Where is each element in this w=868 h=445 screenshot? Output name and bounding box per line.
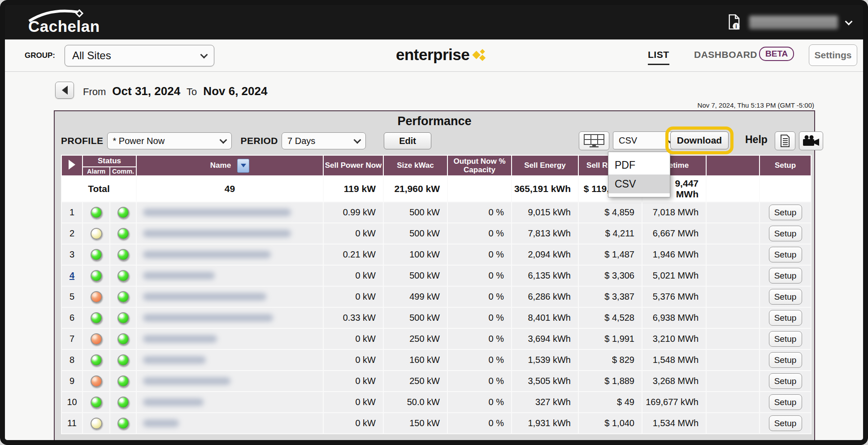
table-view-button[interactable] xyxy=(579,131,609,150)
alarm-subheader[interactable]: Alarm xyxy=(82,167,110,176)
comm-subheader[interactable]: Comm. xyxy=(110,167,136,176)
period-select-value: 7 Days xyxy=(287,136,315,146)
alarm-status-cell xyxy=(82,392,110,413)
site-name-blurred[interactable] xyxy=(136,202,323,223)
previous-period-button[interactable] xyxy=(55,82,74,99)
help-document-button[interactable] xyxy=(775,131,795,150)
sell-power-now-value: 0.21 kW xyxy=(323,244,383,265)
site-name-blurred[interactable] xyxy=(136,349,323,371)
help-video-button[interactable] xyxy=(799,131,823,150)
name-sort-button[interactable] xyxy=(237,159,249,173)
sell-revenue-value: $ 4,859 xyxy=(578,202,642,223)
blurred-name xyxy=(143,398,204,406)
sell-revenue-value: $ 829 xyxy=(578,349,642,371)
row-index[interactable]: 4 xyxy=(61,265,82,286)
setup-cell: Setup xyxy=(760,265,811,286)
setup-button[interactable]: Setup xyxy=(769,373,802,389)
site-name-blurred[interactable] xyxy=(136,223,323,244)
setup-button[interactable]: Setup xyxy=(769,247,802,262)
row-index: 10 xyxy=(61,392,82,413)
site-name-blurred[interactable] xyxy=(136,413,323,434)
report-info-icon[interactable]: i xyxy=(728,14,741,31)
settings-button[interactable]: Settings xyxy=(809,44,857,66)
sell-power-now-value: 0 kW xyxy=(323,392,383,413)
setup-button[interactable]: Setup xyxy=(769,331,802,347)
from-date: Oct 31, 2024 xyxy=(112,84,180,98)
tab-dashboard[interactable]: DASHBOARD xyxy=(694,49,757,60)
size-kwac-value: 500 kW xyxy=(383,202,447,223)
download-button[interactable]: Download xyxy=(670,131,729,149)
comm-status-cell xyxy=(110,223,136,244)
setup-button[interactable]: Setup xyxy=(769,352,802,368)
size-kwac-header[interactable]: Size kWac xyxy=(383,155,447,176)
alarm-led-yellow xyxy=(91,418,102,429)
setup-button[interactable]: Setup xyxy=(769,415,802,431)
site-name-blurred[interactable] xyxy=(136,371,323,392)
sell-energy-value: 3,505 kWh xyxy=(512,371,578,392)
svg-text:i: i xyxy=(735,23,737,29)
site-name-blurred[interactable] xyxy=(136,307,323,328)
blank-cell xyxy=(706,307,760,328)
period-label: PERIOD xyxy=(241,135,278,146)
site-name-blurred[interactable] xyxy=(136,328,323,349)
comm-status-cell xyxy=(110,328,136,349)
sell-power-now-value: 0 kW xyxy=(323,265,383,286)
setup-button[interactable]: Setup xyxy=(769,268,802,284)
row-index: 8 xyxy=(61,349,82,371)
comm-status-cell xyxy=(110,202,136,223)
tab-list[interactable]: LIST xyxy=(648,49,669,65)
account-name-blurred[interactable] xyxy=(749,16,838,29)
site-row: 80 kW160 kW0 %1,539 kWh$ 8291,548 MWhSet… xyxy=(61,349,811,371)
sell-power-now-header[interactable]: Sell Power Now xyxy=(323,155,383,176)
from-label: From xyxy=(83,86,106,98)
help-label[interactable]: Help xyxy=(745,134,768,146)
comm-led-green xyxy=(117,354,129,366)
output-now-pct-value: 0 % xyxy=(447,307,512,328)
format-option-csv[interactable]: CSV xyxy=(608,175,670,193)
setup-button[interactable]: Setup xyxy=(769,310,802,326)
sell-energy-value: 6,135 kWh xyxy=(512,265,578,286)
size-kwac-value: 250 kW xyxy=(383,371,447,392)
site-name-blurred[interactable] xyxy=(136,392,323,413)
setup-button[interactable]: Setup xyxy=(769,289,802,305)
group-label: GROUP: xyxy=(25,51,55,60)
status-header[interactable]: Status xyxy=(82,155,136,167)
setup-header: Setup xyxy=(760,155,811,176)
name-header[interactable]: Name xyxy=(136,155,323,176)
edit-button[interactable]: Edit xyxy=(384,132,431,149)
site-name-blurred[interactable] xyxy=(136,286,323,307)
document-icon xyxy=(779,134,791,148)
comm-status-cell xyxy=(110,371,136,392)
comm-status-cell xyxy=(110,244,136,265)
setup-button[interactable]: Setup xyxy=(769,226,802,241)
output-now-pct-value: 0 % xyxy=(447,413,512,434)
alarm-led-orange xyxy=(91,291,102,303)
output-now-header[interactable]: Output Now % Capacity xyxy=(447,155,512,176)
setup-cell: Setup xyxy=(760,349,811,371)
group-select[interactable]: All Sites xyxy=(65,45,214,66)
site-row: 20 kW500 kW0 %7,813 kWh$ 4,2116,667 MWhS… xyxy=(61,223,811,244)
format-dropdown-menu: PDFCSV xyxy=(608,152,670,197)
comm-status-cell xyxy=(110,286,136,307)
sell-revenue-value: $ 4,211 xyxy=(578,223,642,244)
account-chevron-down-icon[interactable] xyxy=(845,17,853,25)
profile-select[interactable]: * Power Now xyxy=(107,132,232,149)
setup-button[interactable]: Setup xyxy=(769,205,802,220)
site-name-blurred[interactable] xyxy=(136,265,323,286)
alarm-status-cell xyxy=(82,328,110,349)
site-name-blurred[interactable] xyxy=(136,244,323,265)
comm-led-green xyxy=(117,397,129,408)
period-select[interactable]: 7 Days xyxy=(282,132,366,149)
format-option-pdf[interactable]: PDF xyxy=(608,156,670,175)
total-row: Total 49 119 kW 21,960 kW 365,191 kWh $ … xyxy=(61,176,811,202)
row-index-link[interactable]: 4 xyxy=(69,270,74,280)
beta-badge: BETA xyxy=(759,47,794,61)
setup-button[interactable]: Setup xyxy=(769,394,802,410)
video-camera-icon xyxy=(803,135,820,147)
row-index: 3 xyxy=(61,244,82,265)
group-select-value: All Sites xyxy=(72,49,111,62)
lifetime-value: 6,667 MWh xyxy=(642,223,706,244)
alarm-status-cell xyxy=(82,371,110,392)
sell-energy-header[interactable]: Sell Energy xyxy=(512,155,578,176)
site-row: 10.99 kW500 kW0 %9,015 kWh$ 4,8597,018 M… xyxy=(61,202,811,223)
